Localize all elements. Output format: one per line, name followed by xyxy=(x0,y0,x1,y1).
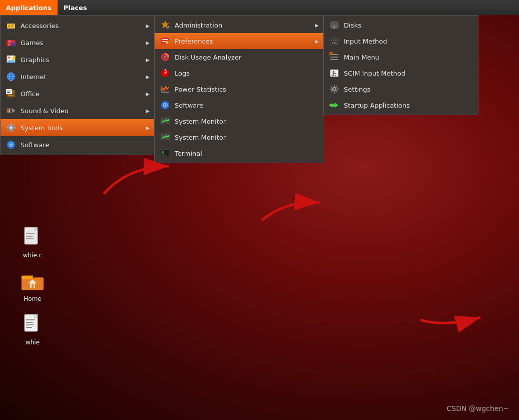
menu-item-accessories[interactable]: Accessories ▶ xyxy=(1,17,155,34)
administration-icon xyxy=(160,20,171,31)
submenu-pref-main-menu[interactable]: Main Menu xyxy=(324,49,478,65)
svg-rect-51 xyxy=(14,127,16,128)
submenu-item-administration[interactable]: Administration ▶ xyxy=(155,17,324,33)
settings-label: Settings xyxy=(344,86,473,93)
svg-point-59 xyxy=(166,41,169,44)
main-menu-label: Main Menu xyxy=(344,54,473,61)
menu-item-software[interactable]: Software xyxy=(1,136,155,153)
svg-rect-110 xyxy=(329,105,331,106)
internet-label: Internet xyxy=(21,73,142,81)
preferences-submenu: Disks Input Method Main Menu xyxy=(323,15,478,115)
submenu-item-system-monitor-1[interactable]: System Monitor xyxy=(155,113,324,129)
menu-item-sound-video[interactable]: Sound & Video ▶ xyxy=(1,102,155,119)
svg-point-85 xyxy=(333,26,335,28)
submenu-pref-startup[interactable]: Startup Applications xyxy=(324,97,478,113)
settings-icon xyxy=(329,84,340,95)
graphics-icon xyxy=(6,54,17,65)
disks-label: Disks xyxy=(344,22,473,29)
svg-marker-109 xyxy=(335,103,338,108)
svg-point-21 xyxy=(8,25,10,27)
svg-rect-100 xyxy=(334,85,335,87)
svg-rect-41 xyxy=(6,89,12,94)
submenu-item-system-monitor-2[interactable]: System Monitor xyxy=(155,129,324,145)
desktop-icon-home[interactable]: Home xyxy=(15,269,50,302)
scim-icon: あ xyxy=(329,68,340,79)
desktop-icons-container: whie.c Home xyxy=(15,225,50,346)
svg-rect-6 xyxy=(26,238,34,239)
svg-rect-18 xyxy=(26,324,34,325)
sound-video-label: Sound & Video xyxy=(21,107,142,115)
system-monitor-2-icon xyxy=(160,132,171,143)
disk-usage-icon xyxy=(160,52,171,63)
applications-menu-button[interactable]: Applications xyxy=(0,0,58,15)
system-monitor-1-label: System Monitor xyxy=(175,118,319,125)
submenu-pref-settings[interactable]: Settings xyxy=(324,81,478,97)
desktop-icon-whie-c[interactable]: whie.c xyxy=(15,225,50,259)
svg-rect-8 xyxy=(22,275,32,279)
accessories-icon xyxy=(6,20,17,31)
submenu-item-preferences[interactable]: Preferences ▶ xyxy=(155,33,324,49)
input-method-label: Input Method xyxy=(344,38,473,45)
menu-item-graphics[interactable]: Graphics ▶ xyxy=(1,51,155,68)
desktop-icon-whie[interactable]: whie xyxy=(15,312,50,346)
svg-rect-26 xyxy=(12,43,15,46)
internet-icon xyxy=(6,71,17,82)
file-icon-whie-c xyxy=(21,225,45,249)
svg-point-54 xyxy=(11,144,12,146)
menu-item-games[interactable]: Games ▶ xyxy=(1,34,155,51)
submenu-pref-input-method[interactable]: Input Method xyxy=(324,33,478,49)
svg-rect-89 xyxy=(335,40,336,41)
submenu-item-software2[interactable]: Software xyxy=(155,97,324,113)
internet-arrow: ▶ xyxy=(146,74,150,80)
svg-rect-95 xyxy=(329,52,333,55)
top-panel: Applications Places xyxy=(0,0,519,15)
svg-point-63 xyxy=(164,56,166,58)
system-monitor-1-icon xyxy=(160,116,171,127)
submenu-item-disk-usage[interactable]: Disk Usage Analyzer xyxy=(155,49,324,65)
accessories-arrow: ▶ xyxy=(146,23,150,29)
svg-point-30 xyxy=(8,57,10,59)
submenu-item-logs[interactable]: Logs xyxy=(155,65,324,81)
svg-rect-4 xyxy=(26,233,35,234)
svg-point-99 xyxy=(333,88,335,90)
svg-rect-5 xyxy=(26,236,33,237)
svg-rect-104 xyxy=(330,86,332,88)
svg-point-73 xyxy=(165,105,166,106)
svg-rect-19 xyxy=(26,327,32,328)
watermark: CSDN @wgchen~ xyxy=(447,404,509,412)
svg-rect-94 xyxy=(330,59,338,60)
software-label: Software xyxy=(21,141,150,149)
games-label: Games xyxy=(21,39,142,47)
submenu-item-power-statistics[interactable]: Power Statistics xyxy=(155,81,324,97)
svg-rect-17 xyxy=(26,322,33,323)
submenu-pref-disks[interactable]: Disks xyxy=(324,17,478,33)
svg-rect-88 xyxy=(333,40,334,41)
games-arrow: ▶ xyxy=(146,40,150,46)
svg-rect-43 xyxy=(7,92,10,93)
svg-rect-23 xyxy=(11,27,13,28)
preferences-icon xyxy=(160,36,171,47)
power-statistics-icon xyxy=(160,84,171,95)
games-icon xyxy=(6,37,17,48)
svg-marker-45 xyxy=(12,108,16,113)
office-icon xyxy=(6,88,17,99)
svg-text:あ: あ xyxy=(331,70,337,76)
svg-rect-49 xyxy=(11,130,12,132)
svg-rect-86 xyxy=(330,39,339,45)
menu-item-internet[interactable]: Internet ▶ xyxy=(1,68,155,85)
svg-rect-40 xyxy=(8,95,13,96)
submenu-pref-scim[interactable]: あ SCIM Input Method xyxy=(324,65,478,81)
svg-rect-25 xyxy=(8,40,11,43)
places-menu-button[interactable]: Places xyxy=(58,0,93,15)
menu-item-system-tools[interactable]: System Tools ▶ xyxy=(1,119,155,136)
svg-rect-48 xyxy=(11,123,12,125)
system-tools-arrow: ▶ xyxy=(146,125,150,131)
desktop-icon-label-whie-c: whie.c xyxy=(23,252,43,259)
system-tools-icon xyxy=(6,122,17,133)
applications-dropdown: Accessories ▶ Games ▶ Grap xyxy=(0,15,155,155)
submenu-item-terminal[interactable]: $_ Terminal xyxy=(155,145,324,161)
sound-video-icon xyxy=(6,105,17,116)
svg-rect-11 xyxy=(32,284,34,288)
menu-item-office[interactable]: Office ▶ xyxy=(1,85,155,102)
power-statistics-label: Power Statistics xyxy=(175,86,319,93)
